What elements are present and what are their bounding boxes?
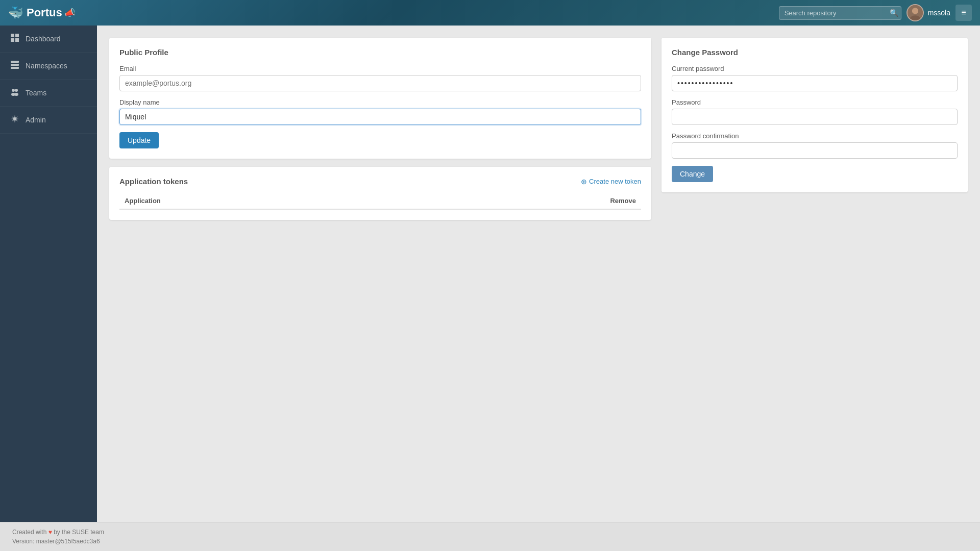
teams-icon xyxy=(10,88,19,98)
username-label: mssola xyxy=(928,9,950,17)
svg-point-1 xyxy=(912,8,918,14)
display-name-label: Display name xyxy=(119,98,641,106)
sidebar-item-teams[interactable]: Teams xyxy=(0,80,97,107)
display-name-group: Display name xyxy=(119,98,641,125)
sidebar-item-dashboard[interactable]: Dashboard xyxy=(0,26,97,53)
change-button[interactable]: Change xyxy=(672,166,713,182)
heart-icon: ♥ xyxy=(48,529,54,536)
sidebar-item-namespaces[interactable]: Namespaces xyxy=(0,53,97,80)
search-wrapper: 🔍 xyxy=(779,6,901,20)
by-suse-text: by the SUSE team xyxy=(54,529,104,536)
password-input[interactable] xyxy=(672,109,958,125)
email-label: Email xyxy=(119,65,641,72)
password-confirm-label: Password confirmation xyxy=(672,132,958,140)
svg-point-11 xyxy=(15,89,18,92)
public-profile-card: Public Profile Email Display name Update xyxy=(109,38,651,159)
admin-icon xyxy=(10,115,19,125)
brand-icon: 🐳 xyxy=(8,6,23,20)
current-password-group: Current password xyxy=(672,65,958,91)
user-info: mssola xyxy=(906,4,950,21)
email-input[interactable] xyxy=(119,75,641,91)
col-left: Public Profile Email Display name Update… xyxy=(109,38,651,220)
email-group: Email xyxy=(119,65,641,91)
svg-rect-9 xyxy=(11,67,19,69)
navbar: 🐳 Portus 📣 🔍 mssola ≡ xyxy=(0,0,980,26)
notifications-button[interactable]: ≡ xyxy=(955,5,972,21)
svg-rect-8 xyxy=(11,64,19,66)
footer-version: Version: master@515f5aedc3a6 xyxy=(12,538,968,545)
password-label: Password xyxy=(672,98,958,106)
sidebar-item-teams-label: Teams xyxy=(26,89,46,97)
svg-rect-7 xyxy=(11,61,19,63)
search-button[interactable]: 🔍 xyxy=(890,9,898,17)
update-button[interactable]: Update xyxy=(119,132,159,148)
brand-logo[interactable]: 🐳 Portus 📣 xyxy=(8,6,76,20)
app-body: Dashboard Namespaces Teams Admin xyxy=(0,26,980,522)
content-grid: Public Profile Email Display name Update… xyxy=(109,38,968,220)
current-password-input[interactable] xyxy=(672,75,958,91)
password-confirm-group: Password confirmation xyxy=(672,132,958,159)
sidebar-item-dashboard-label: Dashboard xyxy=(26,35,61,43)
svg-rect-3 xyxy=(11,34,14,37)
main-content: Public Profile Email Display name Update… xyxy=(97,26,980,522)
navbar-right: 🔍 mssola ≡ xyxy=(779,4,972,21)
avatar[interactable] xyxy=(906,4,924,21)
brand-megaphone-icon: 📣 xyxy=(64,7,76,18)
sidebar-item-namespaces-label: Namespaces xyxy=(26,62,67,70)
svg-point-10 xyxy=(12,89,15,92)
password-confirm-input[interactable] xyxy=(672,142,958,159)
sidebar-item-admin-label: Admin xyxy=(26,116,46,124)
tokens-header: Application tokens ⊕ Create new token xyxy=(119,177,641,186)
current-password-label: Current password xyxy=(672,65,958,72)
col-right: Change Password Current password Passwor… xyxy=(662,38,968,192)
change-password-title: Change Password xyxy=(672,48,958,57)
display-name-input[interactable] xyxy=(119,109,641,125)
change-password-card: Change Password Current password Passwor… xyxy=(662,38,968,192)
svg-rect-4 xyxy=(15,34,19,37)
search-input[interactable] xyxy=(779,6,901,20)
new-password-group: Password xyxy=(672,98,958,125)
sidebar: Dashboard Namespaces Teams Admin xyxy=(0,26,97,522)
dashboard-icon xyxy=(10,34,19,44)
svg-rect-5 xyxy=(11,38,14,42)
tokens-table: Application Remove xyxy=(119,193,641,210)
version-label: Version: xyxy=(12,538,34,545)
created-with-text: Created with xyxy=(12,529,46,536)
sidebar-item-admin[interactable]: Admin xyxy=(0,107,97,134)
plus-circle-icon: ⊕ xyxy=(581,178,587,186)
footer-credit: Created with ♥ by the SUSE team xyxy=(12,529,968,536)
tokens-title: Application tokens xyxy=(119,177,188,186)
create-token-label: Create new token xyxy=(589,178,641,185)
footer: Created with ♥ by the SUSE team Version:… xyxy=(0,522,980,551)
namespaces-icon xyxy=(10,61,19,71)
col-remove: Remove xyxy=(413,193,641,209)
col-application: Application xyxy=(119,193,413,209)
svg-rect-6 xyxy=(15,38,19,42)
create-token-link[interactable]: ⊕ Create new token xyxy=(581,178,641,186)
application-tokens-card: Application tokens ⊕ Create new token Ap… xyxy=(109,167,651,220)
version-value: master@515f5aedc3a6 xyxy=(36,538,100,545)
public-profile-title: Public Profile xyxy=(119,48,641,57)
brand-name: Portus xyxy=(27,6,62,19)
svg-point-13 xyxy=(14,93,18,96)
